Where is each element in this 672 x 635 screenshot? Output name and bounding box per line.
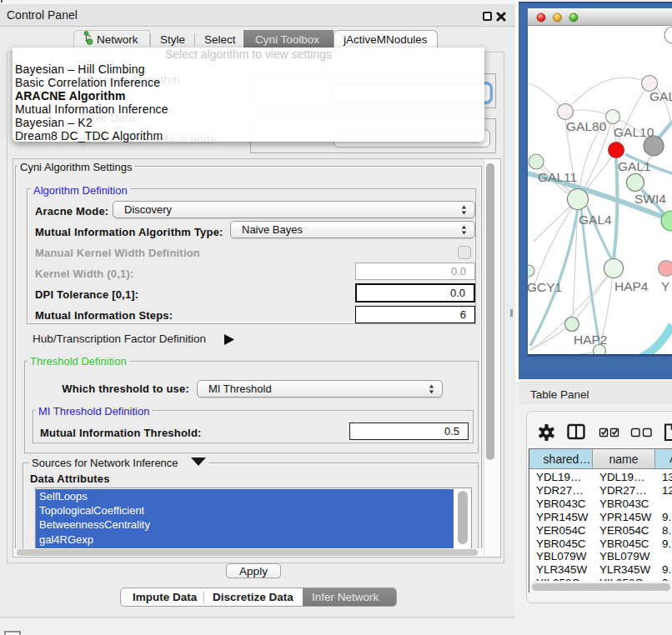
svg-text:GAL80: GAL80	[566, 119, 607, 133]
svg-text:HAP4: HAP4	[614, 279, 649, 293]
svg-text:GAL4: GAL4	[579, 212, 612, 227]
svg-text:HAP2: HAP2	[574, 332, 608, 347]
svg-text:GAL1: GAL1	[618, 159, 651, 173]
svg-text:GCY1: GCY1	[528, 280, 562, 294]
svg-text:SWI4: SWI4	[634, 192, 666, 206]
svg-text:GAL11: GAL11	[538, 170, 577, 184]
svg-text:GAL7: GAL7	[649, 89, 672, 103]
svg-text:GAL10: GAL10	[614, 125, 654, 139]
svg-text:Y: Y	[661, 279, 669, 293]
